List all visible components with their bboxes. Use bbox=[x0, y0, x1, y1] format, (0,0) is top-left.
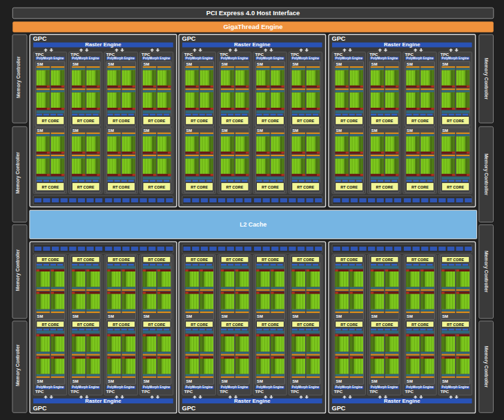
svg-text:Memory Controller: Memory Controller bbox=[483, 58, 489, 100]
svg-text:GigaThread Engine: GigaThread Engine bbox=[224, 23, 283, 30]
svg-text:Memory Controller: Memory Controller bbox=[16, 249, 21, 291]
svg-text:Memory Controller: Memory Controller bbox=[483, 346, 489, 388]
svg-text:Memory Controller: Memory Controller bbox=[16, 152, 21, 194]
svg-text:Memory Controller: Memory Controller bbox=[483, 251, 489, 293]
svg-text:Memory Controller: Memory Controller bbox=[16, 344, 21, 386]
svg-text:Memory Controller: Memory Controller bbox=[483, 153, 489, 195]
svg-text:Memory Controller: Memory Controller bbox=[16, 56, 21, 98]
svg-text:PCI Express 4.0 Host Interface: PCI Express 4.0 Host Interface bbox=[206, 9, 300, 17]
svg-text:L2 Cache: L2 Cache bbox=[240, 221, 266, 228]
